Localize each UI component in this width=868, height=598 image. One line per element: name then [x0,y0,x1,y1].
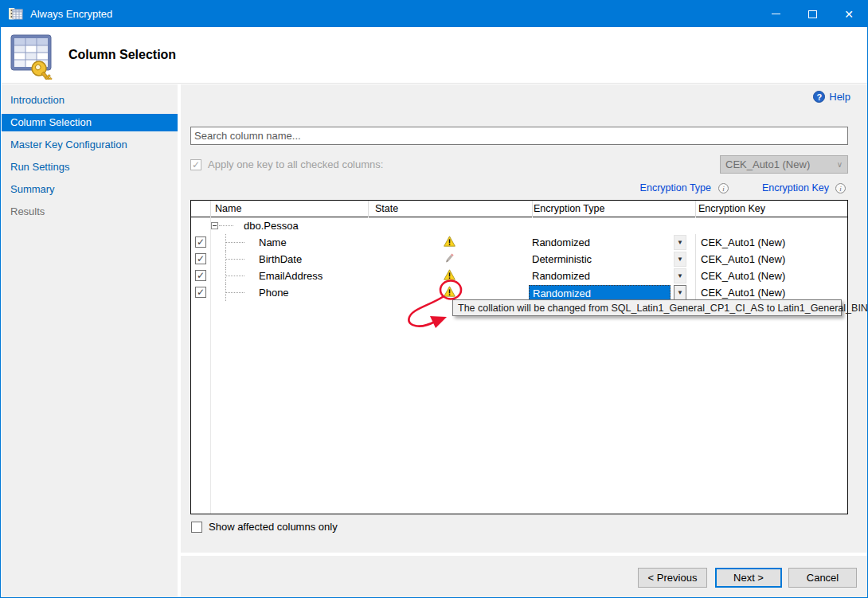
next-button[interactable]: Next > [715,568,782,588]
search-column-input[interactable] [190,127,848,145]
help-link[interactable]: ? Help [813,91,850,103]
tree-line [219,225,233,226]
row-checkbox[interactable]: ✓ [195,287,206,298]
encryption-type-value[interactable]: Randomized [529,235,671,250]
encryption-key-value: CEK_Auto1 (New) [701,253,785,265]
column-selection-content: ? Help ✓ Apply one key to all checked co… [181,84,868,553]
table-row-name: ✓ Name Randomized ▼ CEK_Auto1 (New) [191,234,847,251]
table-key-icon [9,32,55,80]
table-header-row: Name State Encryption Type Encryption Ke… [191,201,847,217]
help-label: Help [829,91,850,103]
previous-button[interactable]: < Previous [638,568,707,588]
sidebar-item-run-settings[interactable]: Run Settings [2,158,178,176]
close-button[interactable]: ✕ [831,1,867,27]
page-title: Column Selection [68,48,176,62]
encryption-type-dropdown-button[interactable]: ▼ [674,268,686,283]
wizard-steps-sidebar: Introduction Column Selection Master Key… [2,84,178,598]
encryption-type-dropdown-button[interactable]: ▼ [674,235,686,250]
encryption-type-link[interactable]: Encryption Type [640,182,711,193]
wizard-header: Column Selection [2,27,868,84]
always-encrypted-app-icon [9,8,23,21]
table-row-emailaddress: ✓ EmailAddress Randomized ▼ CEK_Auto1 (N… [191,268,847,284]
sidebar-item-master-key-configuration[interactable]: Master Key Configuration [2,136,178,154]
title-bar: Always Encrypted ✕ [1,1,867,27]
window-title: Always Encrypted [30,8,112,20]
pencil-icon [444,252,456,266]
close-icon: ✕ [844,8,854,21]
column-name: BirthDate [259,253,302,265]
cancel-button[interactable]: Cancel [788,568,857,588]
encryption-key-value: CEK_Auto1 (New) [701,270,785,282]
row-checkbox[interactable]: ✓ [195,270,206,281]
apply-one-key-checkbox: ✓ [190,159,201,170]
row-checkbox[interactable]: ✓ [195,253,206,264]
maximize-button[interactable] [794,1,831,27]
maximize-icon [808,10,817,18]
apply-one-key-label: Apply one key to all checked columns: [208,158,383,170]
encryption-type-dropdown-button[interactable]: ▼ [674,285,686,300]
encryption-type-info-icon[interactable]: i [718,183,729,193]
sidebar-item-summary[interactable]: Summary [2,181,178,198]
table-row-birthdate: ✓ BirthDate Deterministic ▼ CEK_Auto1 (N… [191,251,847,268]
table-row-phone: ✓ Phone Randomized ▼ CEK_Auto1 (New) [191,284,847,301]
apply-key-dropdown: CEK_Auto1 (New) ∨ [720,155,848,174]
question-circle-icon: ? [813,91,825,103]
encryption-type-dropdown-button[interactable]: ▼ [674,252,686,267]
header-encryption-key: Encryption Key [698,203,765,214]
encryption-key-info-icon[interactable]: i [835,183,846,193]
minimize-button[interactable] [757,1,794,27]
sidebar-item-introduction[interactable]: Introduction [2,92,178,109]
header-state: State [375,203,398,214]
table-group-row: dbo.Pessoa [191,217,847,234]
column-name: Name [259,236,287,248]
collation-tooltip: The collation will be changed from SQL_L… [452,299,842,316]
chevron-down-icon: ∨ [837,160,843,169]
show-affected-checkbox[interactable] [191,522,202,533]
sidebar-item-column-selection[interactable]: Column Selection [2,114,178,131]
warning-icon [444,269,456,283]
row-checkbox[interactable]: ✓ [195,236,206,248]
apply-key-value: CEK_Auto1 (New) [725,158,810,170]
encryption-type-value[interactable]: Deterministic [529,252,671,267]
column-name: EmailAddress [259,270,323,282]
encryption-type-value-selected[interactable]: Randomized [529,285,671,300]
minimize-icon [772,14,780,14]
encryption-type-value[interactable]: Randomized [529,268,671,283]
columns-table: Name State Encryption Type Encryption Ke… [190,200,848,514]
sidebar-item-results: Results [2,203,178,221]
encryption-key-value: CEK_Auto1 (New) [701,236,785,248]
show-affected-label: Show affected columns only [209,521,338,533]
always-encrypted-wizard-window: Always Encrypted ✕ Column Selec [0,0,868,598]
show-affected-columns-row: Show affected columns only [191,521,338,533]
header-name: Name [215,203,241,214]
collapse-expander-icon[interactable] [211,222,218,229]
column-name: Phone [259,287,289,299]
encryption-key-value: CEK_Auto1 (New) [701,287,785,299]
warning-icon [444,286,456,299]
encryption-key-link[interactable]: Encryption Key [762,182,829,193]
warning-icon [444,236,456,249]
group-label: dbo.Pessoa [244,220,299,232]
header-encryption-type: Encryption Type [534,203,604,214]
